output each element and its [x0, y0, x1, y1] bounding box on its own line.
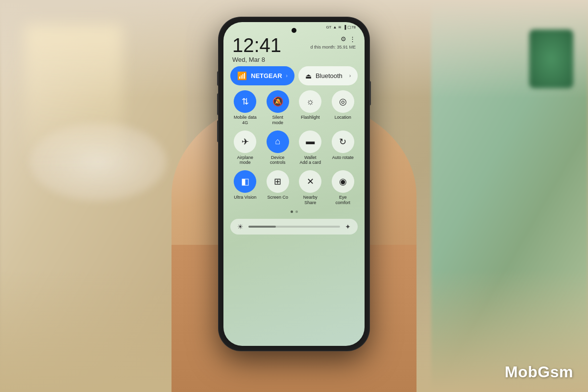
- eye-comfort-toggle[interactable]: ◉ Eyecomfort: [328, 170, 358, 206]
- nearby-share-icon: ✕: [299, 170, 321, 193]
- icon-grid-row3: ◧ Ultra Vision ⊞ Screen Co ✕ NearbyShare…: [230, 170, 358, 206]
- eye-comfort-icon: ◉: [332, 170, 354, 193]
- flashlight-toggle[interactable]: ☼ Flashlight: [295, 90, 325, 126]
- screen-co-icon: ⊞: [267, 170, 289, 193]
- nearby-share-label: NearbyShare: [303, 195, 318, 206]
- auto-rotate-icon: ↻: [332, 131, 354, 153]
- camera-hole: [292, 28, 296, 33]
- battery-icon: ▢78: [347, 25, 356, 29]
- screen-co-toggle[interactable]: ⊞ Screen Co: [263, 170, 293, 206]
- airplane-mode-icon: ✈: [234, 131, 256, 153]
- airplane-mode-label: Airplanemode: [237, 155, 253, 166]
- wallet-icon: ▬: [299, 131, 321, 153]
- nearby-share-toggle[interactable]: ✕ NearbyShare: [295, 170, 325, 206]
- wifi-status-icon: ≋: [338, 25, 342, 29]
- flashlight-icon: ☼: [299, 90, 321, 113]
- bluetooth-tile-icon: ⏏: [305, 72, 312, 80]
- brightness-auto-icon[interactable]: ✦: [345, 223, 351, 231]
- silent-mode-label: Silentmode: [272, 115, 283, 126]
- network-icon: GT: [326, 25, 331, 29]
- phone: GT ▲ ≋ ▐ ▢78 12:41 Wed, Mar 8 ⚙: [219, 17, 369, 351]
- data-icon: ▲: [333, 25, 337, 29]
- screen-content: 12:41 Wed, Mar 8 ⚙ ⋮ d this month: 35.91…: [223, 31, 365, 241]
- phone-screen: GT ▲ ≋ ▐ ▢78 12:41 Wed, Mar 8 ⚙: [223, 22, 365, 346]
- wifi-tile-arrow: ›: [286, 73, 288, 78]
- page-indicators: [230, 210, 358, 213]
- ultra-vision-toggle[interactable]: ◧ Ultra Vision: [230, 170, 260, 206]
- icon-grid-row2: ✈ Airplanemode ⌂ Devicecontrols ▬ Wallet…: [230, 131, 358, 166]
- location-toggle[interactable]: ◎ Location: [328, 90, 358, 126]
- device-controls-icon: ⌂: [267, 131, 289, 153]
- silent-mode-icon: 🔕: [267, 90, 289, 113]
- watermark: MobGsm: [505, 363, 573, 381]
- wifi-tile[interactable]: 📶 NETGEAR ›: [230, 66, 294, 85]
- volume-up-button[interactable]: [217, 93, 219, 115]
- location-label: Location: [335, 115, 351, 120]
- clock-time: 12:41: [232, 35, 281, 55]
- data-usage-text: d this month: 35.91 ME: [310, 45, 356, 50]
- bluetooth-tile[interactable]: ⏏ Bluetooth ›: [298, 66, 358, 85]
- bg-window-light: [24, 25, 122, 172]
- more-menu-icon[interactable]: ⋮: [349, 35, 356, 43]
- auto-rotate-toggle[interactable]: ↻ Auto rotate: [328, 131, 358, 166]
- dot-1: [291, 210, 293, 213]
- mobile-data-label: Mobile data4G: [234, 115, 257, 126]
- signal-icon: ▐: [343, 25, 346, 29]
- power-button[interactable]: [369, 81, 371, 105]
- icon-grid-row1: ⇅ Mobile data4G 🔕 Silentmode ☼ Flashligh…: [230, 90, 358, 126]
- brightness-low-icon: ☀: [237, 223, 244, 231]
- clock-area: 12:41 Wed, Mar 8 ⚙ ⋮ d this month: 35.91…: [230, 31, 358, 66]
- ultra-vision-label: Ultra Vision: [234, 195, 256, 200]
- eye-comfort-label: Eyecomfort: [336, 195, 350, 206]
- quick-tiles-row: 📶 NETGEAR › ⏏ Bluetooth ›: [230, 66, 358, 85]
- mobile-data-icon: ⇅: [234, 90, 256, 113]
- mobile-data-toggle[interactable]: ⇅ Mobile data4G: [230, 90, 260, 126]
- clock-date: Wed, Mar 8: [232, 56, 281, 63]
- auto-rotate-label: Auto rotate: [332, 155, 354, 160]
- phone-wrapper: GT ▲ ≋ ▐ ▢78 12:41 Wed, Mar 8 ⚙: [219, 17, 369, 351]
- wallet-toggle[interactable]: ▬ WalletAdd a card: [295, 131, 325, 166]
- status-icons: GT ▲ ≋ ▐ ▢78: [326, 25, 356, 29]
- brightness-fill: [248, 226, 276, 228]
- airplane-mode-toggle[interactable]: ✈ Airplanemode: [230, 131, 260, 166]
- location-icon: ◎: [332, 90, 354, 113]
- bluetooth-tile-arrow: ›: [349, 73, 351, 78]
- clock-right: ⚙ ⋮ d this month: 35.91 ME: [310, 35, 356, 50]
- flashlight-label: Flashlight: [301, 115, 320, 120]
- bg-green-object: [529, 29, 573, 88]
- mute-button[interactable]: [217, 71, 219, 86]
- silent-mode-toggle[interactable]: 🔕 Silentmode: [263, 90, 293, 126]
- wifi-tile-icon: 📶: [237, 71, 247, 80]
- screen-co-label: Screen Co: [267, 195, 288, 200]
- dot-2: [295, 210, 298, 213]
- brightness-slider[interactable]: ☀ ✦: [230, 219, 358, 235]
- clock-left: 12:41 Wed, Mar 8: [232, 35, 281, 63]
- wallet-label: WalletAdd a card: [299, 155, 321, 166]
- brightness-track[interactable]: [248, 226, 340, 228]
- device-controls-toggle[interactable]: ⌂ Devicecontrols: [263, 131, 293, 166]
- ultra-vision-icon: ◧: [234, 170, 256, 193]
- settings-icon[interactable]: ⚙: [341, 35, 346, 43]
- device-controls-label: Devicecontrols: [270, 155, 286, 166]
- wifi-tile-label: NETGEAR: [251, 72, 282, 79]
- clock-icons-row: ⚙ ⋮: [341, 35, 356, 43]
- bluetooth-tile-label: Bluetooth: [316, 72, 343, 79]
- volume-down-button[interactable]: [217, 120, 219, 142]
